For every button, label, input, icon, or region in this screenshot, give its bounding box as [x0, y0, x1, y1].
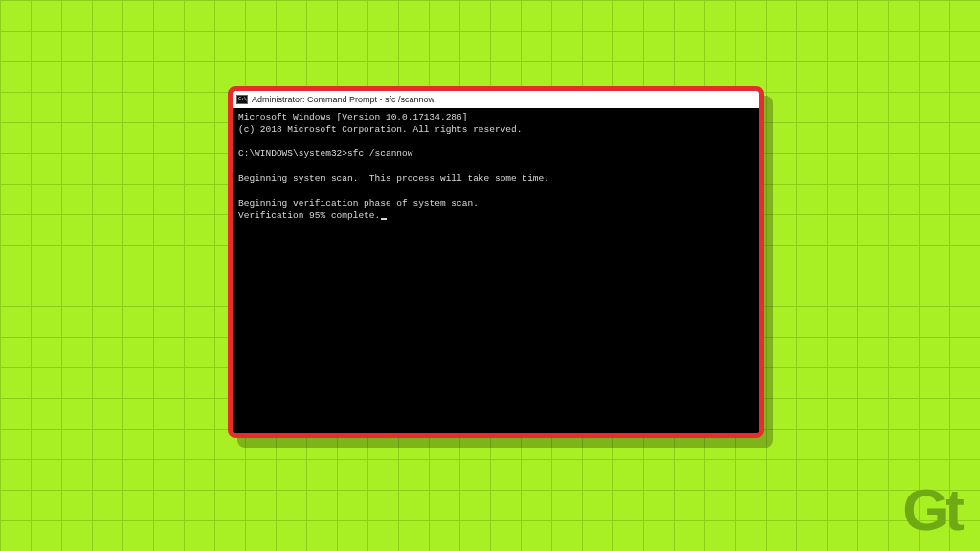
terminal-line-progress: Verification 95% complete. — [238, 210, 380, 221]
window-title: Administrator: Command Prompt - sfc /sca… — [252, 95, 434, 104]
terminal-output[interactable]: Microsoft Windows [Version 10.0.17134.28… — [233, 108, 759, 433]
terminal-cursor — [381, 218, 387, 220]
terminal-prompt: C:\WINDOWS\system32> — [238, 148, 347, 159]
command-prompt-window: Administrator: Command Prompt - sfc /sca… — [228, 86, 764, 438]
terminal-line-begin-verify: Beginning verification phase of system s… — [238, 198, 479, 209]
terminal-command: sfc /scannow — [347, 148, 412, 159]
titlebar[interactable]: Administrator: Command Prompt - sfc /sca… — [233, 91, 759, 108]
command-prompt-icon — [236, 95, 248, 104]
terminal-line-begin-scan: Beginning system scan. This process will… — [238, 173, 549, 184]
brand-logo: Gt — [902, 480, 961, 540]
terminal-line-copyright: (c) 2018 Microsoft Corporation. All righ… — [238, 124, 522, 135]
terminal-line-version: Microsoft Windows [Version 10.0.17134.28… — [238, 112, 467, 122]
